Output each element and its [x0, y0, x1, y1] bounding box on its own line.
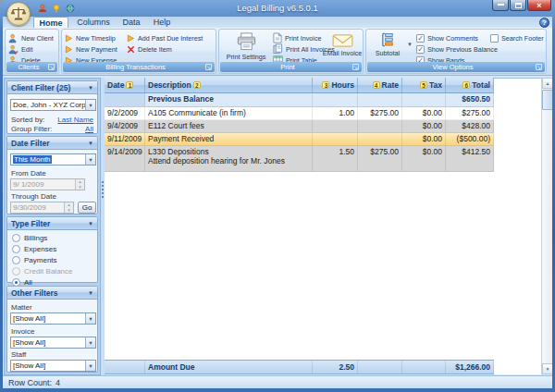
scroll-up-button[interactable]: ▲	[542, 78, 552, 89]
date-filter-panel: Date Filter ▼ This Month ▼ From Date 9/ …	[6, 136, 98, 214]
search-footer-checkbox[interactable]: ✓ Search Footer	[490, 33, 544, 43]
cell-tax	[402, 361, 446, 374]
tab-data[interactable]: Data	[117, 17, 145, 28]
radio-billings[interactable]: Billings	[12, 234, 47, 242]
tab-home[interactable]: Home	[33, 17, 68, 28]
globe-icon[interactable]	[65, 3, 75, 13]
radio-payments[interactable]: Payments	[12, 256, 57, 264]
from-date-label: From Date	[11, 169, 46, 178]
scrollbar-thumb[interactable]	[542, 90, 552, 110]
table-row-previous-balance[interactable]: Previous Balance $650.50	[105, 93, 494, 107]
table-row[interactable]: 9/2/2009 A105 Communicate (in firm) 1.00…	[105, 107, 494, 120]
matter-select[interactable]: [Show All] ▼	[10, 312, 96, 325]
splitter-grip-icon	[102, 181, 104, 198]
type-filter-panel: Type Filter ▼ Billings Expenses Payments…	[6, 216, 98, 283]
close-button[interactable]: ×	[527, 0, 551, 11]
print-invoice-button[interactable]: Print Invoice	[273, 32, 322, 43]
column-header-tax[interactable]: 5Tax	[402, 78, 446, 93]
ribbon-tabstrip: Home Columns Data Help ?	[3, 17, 552, 28]
type-filter-header[interactable]: Type Filter ▼	[7, 217, 97, 230]
email-invoice-button[interactable]: EMail Invoice	[321, 33, 364, 57]
sorted-by-link[interactable]: Last Name	[57, 116, 93, 124]
dropdown-arrow-icon[interactable]: ▼	[85, 100, 95, 110]
close-icon: ×	[536, 1, 541, 10]
new-payment-button[interactable]: New Payment	[65, 43, 117, 55]
person-add-icon	[8, 33, 18, 43]
tab-help[interactable]: Help	[149, 17, 175, 28]
group-filter-link[interactable]: All	[85, 125, 93, 133]
column-header-hours[interactable]: 3Hours	[313, 78, 358, 93]
date-spinner-icon[interactable]: ▴▾	[75, 179, 84, 190]
column-header-rate[interactable]: 4Rate	[358, 78, 402, 93]
dropdown-arrow-icon[interactable]: ▼	[85, 313, 95, 324]
go-button[interactable]: Go	[78, 202, 96, 214]
dialog-launcher-icon[interactable]: ↘	[536, 64, 542, 70]
delete-item-button[interactable]: Delete Item	[127, 43, 172, 55]
date-spinner-icon[interactable]: ▴▾	[64, 202, 73, 213]
radio-expenses[interactable]: Expenses	[12, 245, 56, 253]
dropdown-arrow-icon[interactable]: ▼	[85, 337, 95, 348]
table-row[interactable]: 9/4/2009 E112 Court fees $0.00 $428.00	[105, 120, 494, 133]
subtotal-button[interactable]: Subtotal	[368, 31, 407, 57]
window-title: Legal Billing v6.5.0.1	[111, 3, 444, 13]
cell-tax: $0.00	[402, 107, 446, 119]
new-client-button[interactable]: New Client	[8, 32, 54, 43]
maximize-button[interactable]	[510, 0, 526, 11]
ribbon-group-billing-transactions: New Timeslip New Payment New Expense Add…	[61, 29, 216, 74]
titlebar[interactable]: Legal Billing v6.5.0.1 ×	[0, 0, 555, 17]
app-window: Legal Billing v6.5.0.1 × Home Columns Da…	[0, 0, 555, 392]
maximize-icon	[515, 3, 522, 8]
date-preset-select[interactable]: This Month ▼	[10, 153, 96, 165]
cell-date	[105, 361, 145, 374]
status-bar: Row Count: 4	[3, 375, 552, 388]
column-number-badge: 6	[462, 81, 470, 89]
edit-client-button[interactable]: Edit	[8, 43, 32, 55]
gold-arrow-icon	[65, 34, 73, 43]
cell-date: 9/2/2009	[105, 107, 145, 119]
gold-arrow-icon	[127, 34, 135, 43]
invoice-select[interactable]: [Show All] ▼	[10, 337, 96, 349]
show-previous-balance-checkbox[interactable]: ✓ Show Previous Balance	[416, 44, 498, 55]
column-header-date[interactable]: Date1	[105, 78, 145, 93]
subtotal-dropdown-icon[interactable]: ▼	[407, 42, 413, 47]
user-icon[interactable]	[37, 3, 47, 13]
group-caption-clients: Clients ↘	[6, 62, 57, 72]
cell-description: E112 Court fees	[145, 120, 313, 132]
tab-columns[interactable]: Columns	[73, 17, 114, 28]
through-date-field[interactable]: 9/30/2009 ▴▾	[10, 202, 74, 214]
new-timeslip-button[interactable]: New Timeslip	[65, 32, 116, 43]
minimize-icon	[498, 3, 504, 6]
dialog-launcher-icon[interactable]: ↘	[205, 64, 212, 70]
column-header-total[interactable]: 6Total	[446, 78, 494, 93]
dialog-launcher-icon[interactable]: ↘	[48, 64, 55, 70]
scroll-down-icon: ▼	[546, 366, 550, 372]
documents-stack-icon	[273, 43, 283, 55]
dropdown-arrow-icon[interactable]: ▼	[85, 154, 95, 165]
dialog-launcher-icon[interactable]: ↘	[352, 64, 359, 70]
table-row[interactable]: 9/14/2009 L330 Depositions Attend deposi…	[105, 146, 494, 172]
add-past-due-interest-button[interactable]: Add Past Due Interest	[127, 32, 203, 43]
from-date-field[interactable]: 9/ 1/2009 ▴▾	[10, 178, 85, 190]
column-number-badge: 2	[193, 81, 201, 89]
scroll-down-button[interactable]: ▼	[542, 363, 552, 374]
group-filter-label: Group Filter:	[11, 125, 52, 133]
table-row-payment[interactable]: 9/11/2009 Payment Received $0.00 ($500.0…	[105, 133, 494, 146]
help-button[interactable]: ?	[539, 18, 549, 28]
column-header-description[interactable]: Description2	[145, 78, 313, 93]
print-settings-button[interactable]: Print Settings	[221, 31, 271, 61]
matter-label: Matter	[11, 303, 32, 312]
cell-total: $428.00	[446, 120, 494, 132]
app-menu-button[interactable]	[6, 2, 31, 26]
client-select[interactable]: Doe, John - XYZ Corporation ▼	[10, 99, 96, 111]
bulb-icon[interactable]	[51, 3, 61, 13]
gold-arrow-icon	[65, 45, 73, 54]
client-filter-header[interactable]: Client Filter (25) ▼	[7, 81, 97, 94]
other-filters-header[interactable]: Other Filters ▼	[7, 287, 97, 300]
minimize-button[interactable]	[492, 0, 509, 11]
show-comments-checkbox[interactable]: ✓ Show Comments	[416, 33, 478, 43]
staff-select[interactable]: [Show All] ▼	[10, 360, 96, 372]
date-filter-header[interactable]: Date Filter ▼	[7, 137, 97, 150]
dropdown-arrow-icon[interactable]: ▼	[85, 361, 95, 371]
cell-total: $650.50	[446, 93, 494, 106]
grid-vertical-scrollbar[interactable]: ▲ ▼	[541, 78, 552, 374]
